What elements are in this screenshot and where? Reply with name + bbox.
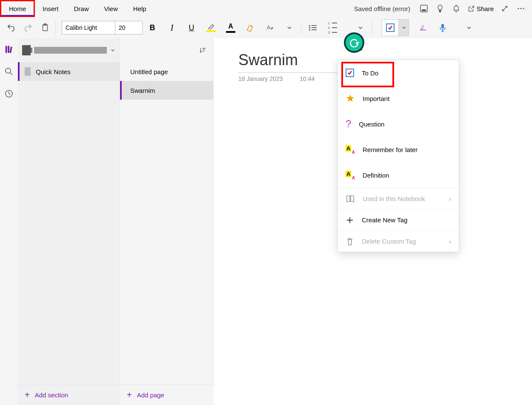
numbered-list-button[interactable]: 1 2 3 (323, 19, 342, 36)
tag-option-important[interactable]: Important (338, 86, 459, 111)
pages-pane: Untitled page Swarnim (120, 38, 214, 405)
separator (301, 21, 301, 34)
ribbon: Calibri Light 20 B I U A A 1 2 3 (0, 17, 532, 38)
separator (55, 21, 56, 34)
question-icon: ? (346, 118, 351, 130)
tags-dropdown-panel: To Do Important ? Question AA Remember f… (338, 60, 459, 252)
notebook-icon (22, 45, 31, 55)
svg-point-13 (6, 68, 11, 73)
tag-option-todo[interactable]: To Do (338, 60, 459, 86)
menu-draw[interactable]: Draw (66, 0, 97, 17)
recent-icon[interactable] (4, 89, 14, 99)
feed-icon[interactable] (419, 3, 429, 14)
sections-pane: Quick Notes (18, 38, 120, 405)
dictate-button[interactable] (433, 19, 452, 36)
svg-point-3 (520, 8, 521, 9)
tag-option-remember[interactable]: AA Remember for later (338, 137, 459, 162)
plus-icon: + (25, 390, 30, 400)
share-button[interactable]: Share (467, 5, 494, 12)
plus-icon (346, 216, 354, 224)
used-in-notebook[interactable]: Used in this Notebook › (338, 188, 459, 209)
create-new-tag[interactable]: Create New Tag (338, 209, 459, 230)
notebooks-icon[interactable] (4, 44, 14, 55)
trash-icon (346, 237, 354, 246)
create-label: Create New Tag (362, 216, 451, 224)
font-color-button[interactable]: A (221, 19, 240, 36)
add-section-button[interactable]: + Add section (18, 385, 120, 405)
notebook-header[interactable] (18, 38, 120, 62)
page-time: 10:44 (300, 75, 315, 82)
svg-rect-9 (441, 24, 444, 29)
section-item-quick-notes[interactable]: Quick Notes (18, 62, 120, 81)
page-title[interactable]: Swarnim (238, 51, 345, 69)
font-size-input[interactable]: 20 (115, 21, 143, 34)
share-label: Share (477, 5, 494, 12)
delete-label: Delete Custom Tag (362, 238, 441, 245)
remember-icon: AA (346, 145, 355, 154)
styles-button[interactable]: A (260, 19, 280, 36)
star-icon (346, 94, 355, 103)
tag-option-question[interactable]: ? Question (338, 111, 459, 137)
expand-icon[interactable] (500, 3, 510, 14)
undo-button[interactable] (3, 19, 20, 36)
separator (372, 21, 372, 34)
more-ribbon-dropdown[interactable] (459, 19, 479, 36)
search-icon[interactable] (4, 66, 14, 77)
chevron-right-icon: › (449, 195, 451, 202)
menu-view[interactable]: View (97, 0, 126, 17)
chevron-down-icon (110, 48, 115, 53)
svg-point-4 (523, 8, 524, 9)
redo-button[interactable] (20, 19, 37, 36)
page-item-untitled[interactable]: Untitled page (120, 62, 213, 81)
more-formatting-dropdown[interactable] (280, 19, 299, 36)
bullet-list-button[interactable] (303, 19, 323, 36)
svg-rect-11 (8, 46, 9, 53)
bell-icon[interactable] (451, 3, 461, 14)
plus-icon: + (127, 390, 132, 400)
section-tab-icon (25, 67, 31, 76)
tag-label: Remember for later (363, 146, 451, 153)
definition-icon: AA (346, 171, 355, 179)
tag-label: Definition (363, 172, 451, 179)
tag-option-definition[interactable]: AA Definition (338, 162, 459, 188)
svg-text:A: A (421, 24, 424, 29)
more-icon[interactable] (516, 3, 526, 14)
nav-rail (0, 38, 18, 405)
menu-insert[interactable]: Insert (35, 0, 66, 17)
used-label: Used in this Notebook (363, 195, 441, 202)
clear-formatting-button[interactable] (240, 19, 260, 36)
book-icon (346, 194, 355, 204)
svg-point-2 (518, 8, 519, 9)
menu-home[interactable]: Home (0, 0, 35, 17)
grammarly-badge[interactable] (344, 32, 364, 53)
delete-custom-tag[interactable]: Delete Custom Tag › (338, 230, 459, 252)
saved-status: Saved offline (error) (354, 5, 410, 12)
underline-button[interactable]: U (182, 19, 201, 36)
font-name-input[interactable]: Calibri Light (62, 21, 115, 34)
chevron-right-icon: › (449, 238, 451, 245)
notebook-name-redacted (34, 47, 107, 54)
menu-bar: Home Insert Draw View Help Saved offline… (0, 0, 532, 17)
svg-text:A: A (267, 24, 271, 31)
add-section-label: Add section (35, 391, 68, 399)
menu-help[interactable]: Help (126, 0, 154, 17)
italic-button[interactable]: I (162, 19, 182, 36)
add-page-label: Add page (137, 391, 164, 399)
svg-rect-1 (422, 9, 426, 11)
clipboard-button[interactable] (37, 19, 54, 36)
svg-rect-10 (6, 46, 7, 53)
bold-button[interactable]: B (143, 19, 162, 36)
svg-rect-12 (10, 46, 12, 53)
sort-icon[interactable] (199, 46, 206, 54)
page-date: 18 January 2023 (238, 75, 283, 82)
tag-label: Question (359, 121, 451, 128)
lightbulb-icon[interactable] (435, 3, 445, 14)
todo-tag-button[interactable] (382, 20, 398, 36)
tag-dropdown-button[interactable] (398, 20, 409, 36)
section-label: Quick Notes (36, 68, 71, 75)
add-page-button[interactable]: + Add page (120, 385, 214, 405)
ink-button[interactable]: A (413, 19, 433, 36)
page-item-swarnim[interactable]: Swarnim (120, 81, 213, 100)
highlight-button[interactable] (201, 19, 221, 36)
tag-label: Important (363, 95, 451, 102)
